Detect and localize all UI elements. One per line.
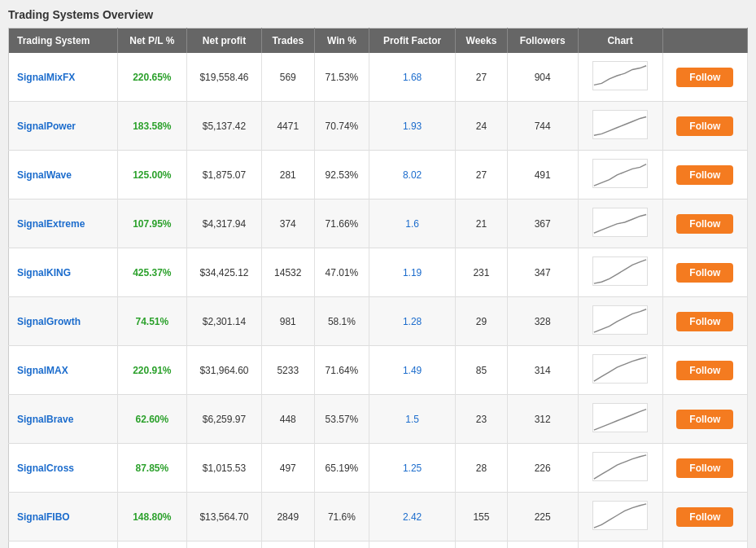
system-name-link[interactable]: SignalMixFX: [17, 72, 75, 83]
follow-button[interactable]: Follow: [676, 165, 733, 185]
system-name-link[interactable]: SignalFIBO: [17, 511, 70, 523]
follow-button[interactable]: Follow: [676, 263, 733, 283]
trades-cell: 569: [261, 53, 314, 102]
pf-cell: 2.42: [369, 493, 456, 541]
followers-cell: 904: [507, 53, 578, 102]
pf-cell: 1.28: [369, 297, 456, 346]
pf-cell: 1.5: [369, 395, 456, 444]
chart-svg: [592, 159, 648, 188]
weeks-cell: 27: [456, 53, 508, 102]
pf-cell: 1.19: [369, 248, 456, 297]
col-weeks: Weeks: [456, 28, 508, 54]
chart-cell: [578, 151, 662, 199]
chart-svg: [592, 110, 648, 139]
system-name-link[interactable]: SignalKING: [17, 267, 71, 278]
system-name-cell: SignalPower: [9, 102, 118, 151]
table-body: SignalMixFX220.65%$19,558.4656971.53%1.6…: [9, 53, 748, 548]
win-cell: 71.66%: [314, 199, 369, 248]
netpl-cell: 125.00%: [117, 151, 187, 199]
follow-cell: Follow: [662, 541, 747, 549]
follow-cell: Follow: [662, 151, 747, 199]
table-row: SignalCross87.85%$1,015.5349765.19%1.252…: [9, 444, 748, 493]
system-name-link[interactable]: SignalPower: [17, 121, 76, 132]
table-row: SignalKING425.37%$34,425.121453247.01%1.…: [9, 248, 748, 297]
followers-cell: 173: [507, 541, 578, 549]
netpl-cell: 220.65%: [117, 53, 187, 102]
col-profit: Net profit: [187, 28, 262, 54]
chart-svg: [592, 452, 648, 481]
profit-cell: $34,425.12: [187, 248, 262, 297]
system-name-cell: SignalKING: [9, 248, 118, 297]
chart-svg: [592, 256, 648, 286]
profit-cell: $4,317.94: [187, 199, 262, 248]
col-pf: Profit Factor: [369, 28, 456, 54]
table-row: SignalMAX220.91%$31,964.60523371.64%1.49…: [9, 346, 748, 395]
profit-cell: $31,964.60: [187, 346, 262, 395]
trades-cell: 374: [261, 199, 314, 248]
trades-cell: 281: [261, 151, 314, 199]
win-cell: 92.53%: [314, 151, 369, 199]
followers-cell: 225: [507, 493, 578, 541]
follow-button[interactable]: Follow: [676, 410, 733, 429]
table-row: SignalFIBO148.80%$13,564.70284971.6%2.42…: [9, 493, 748, 541]
col-action: [662, 28, 747, 54]
mini-chart: [592, 256, 649, 287]
table-row: SignalMixFX220.65%$19,558.4656971.53%1.6…: [9, 53, 748, 102]
win-cell: 58.1%: [314, 297, 369, 346]
win-cell: 71.53%: [314, 53, 369, 102]
netpl-cell: 183.58%: [117, 102, 187, 151]
netpl-cell: 107.95%: [117, 199, 187, 248]
system-name-link[interactable]: SignalBrave: [17, 414, 73, 425]
trades-cell: 4471: [261, 102, 314, 151]
trades-cell: 2849: [261, 493, 314, 541]
follow-button[interactable]: Follow: [676, 68, 733, 87]
profit-cell: $1,875.07: [187, 151, 262, 199]
followers-cell: 226: [507, 444, 578, 493]
win-cell: 53.57%: [314, 395, 369, 444]
follow-button[interactable]: Follow: [676, 214, 733, 234]
pf-cell: 1.6: [369, 199, 456, 248]
chart-cell: [578, 297, 662, 346]
follow-cell: Follow: [662, 102, 747, 151]
system-name-cell: SignalGrowth: [9, 297, 118, 346]
chart-svg: [592, 501, 648, 530]
follow-cell: Follow: [662, 53, 747, 102]
system-name-link[interactable]: SignalGrowth: [17, 316, 81, 327]
col-trades: Trades: [261, 28, 314, 54]
system-name-link[interactable]: SignalCross: [17, 463, 74, 474]
table-header: Trading System Net P/L % Net profit Trad…: [9, 28, 748, 54]
netpl-cell: 220.91%: [117, 346, 187, 395]
follow-button[interactable]: Follow: [676, 312, 733, 331]
netpl-cell: 87.85%: [117, 444, 187, 493]
win-cell: 71.64%: [314, 346, 369, 395]
chart-cell: [578, 102, 662, 151]
followers-cell: 328: [507, 297, 578, 346]
system-name-cell: SignalMAX: [9, 346, 118, 395]
table-row: SignalPower183.58%$5,137.42447170.74%1.9…: [9, 102, 748, 151]
follow-cell: Follow: [662, 444, 747, 493]
system-name-link[interactable]: SignalExtreme: [17, 218, 85, 230]
pf-cell: 1.49: [369, 346, 456, 395]
follow-cell: Follow: [662, 493, 747, 541]
weeks-cell: 29: [456, 297, 508, 346]
trades-cell: 497: [261, 444, 314, 493]
chart-cell: [578, 444, 662, 493]
table-row: SignalMulti60.70%$546.2931375.08%1.15291…: [9, 541, 748, 549]
weeks-cell: 28: [456, 444, 508, 493]
follow-button[interactable]: Follow: [676, 361, 733, 380]
profit-cell: $5,137.42: [187, 102, 262, 151]
system-name-cell: SignalMulti: [9, 541, 118, 549]
follow-button[interactable]: Follow: [676, 458, 733, 478]
mini-chart: [592, 61, 649, 92]
follow-cell: Follow: [662, 248, 747, 297]
system-name-cell: SignalCross: [9, 444, 118, 493]
followers-cell: 491: [507, 151, 578, 199]
system-name-link[interactable]: SignalMAX: [17, 365, 68, 376]
win-cell: 47.01%: [314, 248, 369, 297]
mini-chart: [592, 305, 649, 336]
profit-cell: $546.29: [187, 541, 262, 549]
profit-cell: $1,015.53: [187, 444, 262, 493]
follow-button[interactable]: Follow: [676, 116, 733, 136]
follow-button[interactable]: Follow: [676, 507, 733, 527]
system-name-link[interactable]: SignalWave: [17, 169, 72, 181]
